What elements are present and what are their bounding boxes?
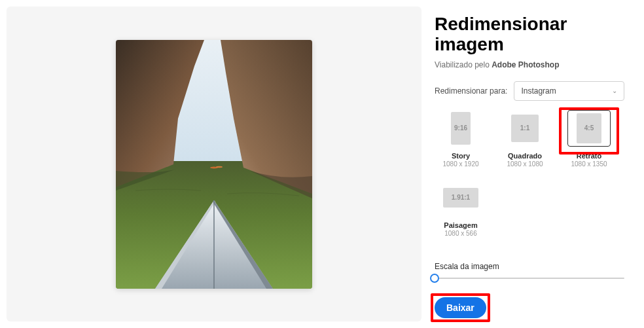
resize-for-dropdown[interactable]: Instagram ⌄ [514,81,624,101]
option-label: Story [452,152,470,160]
option-dimensions: 1080 x 1920 [442,160,478,168]
aspect-thumb-icon: 1:1 [511,115,539,142]
dropdown-value: Instagram [521,86,556,96]
option-thumb-wrap: 9:16 [439,110,482,147]
option-dimensions: 1080 x 1080 [507,160,543,168]
option-thumb-wrap: 1.91:1 [439,179,482,216]
option-thumb-wrap: 1:1 [503,110,546,147]
aspect-thumb-icon: 1.91:1 [443,188,478,208]
page-title: Redimensionar imagem [435,14,624,55]
option-label: Retrato [577,152,602,160]
svg-point-3 [216,166,223,167]
aspect-options-grid: 9:16 Story 1080 x 1920 1:1 Quadrado 1080… [435,110,624,237]
scale-slider[interactable] [435,278,624,279]
option-label: Quadrado [508,152,542,160]
download-button[interactable]: Baixar [435,297,486,318]
preview-illustration [116,40,312,289]
aspect-thumb-icon: 4:5 [577,113,601,143]
subtitle: Viabilizado pelo Adobe Photoshop [435,60,624,69]
option-dimensions: 1080 x 1350 [571,160,607,168]
scale-label: Escala da imagem [435,262,624,271]
option-landscape[interactable]: 1.91:1 Paisagem 1080 x 566 [435,179,487,237]
subtitle-prefix: Viabilizado pelo [435,60,492,69]
option-dimensions: 1080 x 566 [444,230,477,237]
preview-panel [7,7,421,321]
slider-track [435,278,624,279]
download-wrap: Baixar [435,297,486,318]
aspect-thumb-icon: 9:16 [451,112,471,145]
slider-knob[interactable] [430,274,439,283]
option-label: Paisagem [444,221,477,230]
chevron-down-icon: ⌄ [612,87,617,94]
resize-for-label: Redimensionar para: [435,86,507,96]
controls-panel: Redimensionar imagem Viabilizado pelo Ad… [428,0,644,328]
image-preview[interactable] [116,40,312,289]
resize-target-row: Redimensionar para: Instagram ⌄ [435,81,624,101]
option-square[interactable]: 1:1 Quadrado 1080 x 1080 [499,110,551,168]
subtitle-brand: Adobe Photoshop [492,60,559,69]
option-portrait[interactable]: 4:5 Retrato 1080 x 1350 [563,110,615,168]
option-thumb-wrap: 4:5 [567,110,611,147]
option-story[interactable]: 9:16 Story 1080 x 1920 [435,110,487,168]
